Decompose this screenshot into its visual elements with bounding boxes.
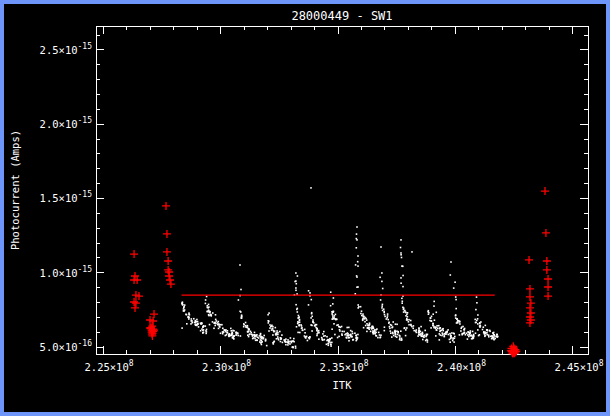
data-point xyxy=(400,254,402,256)
data-point xyxy=(431,316,433,318)
data-point xyxy=(482,329,484,331)
data-point xyxy=(405,315,407,317)
data-point xyxy=(362,313,364,315)
data-point xyxy=(254,332,256,334)
data-point xyxy=(311,313,313,315)
data-point xyxy=(350,334,352,336)
data-point xyxy=(493,337,495,339)
data-point xyxy=(369,327,371,329)
data-point xyxy=(401,257,403,259)
data-point xyxy=(427,341,429,343)
data-point xyxy=(229,333,231,335)
data-point xyxy=(346,327,348,329)
data-point xyxy=(181,327,183,329)
y-tick-label: 2.0×10-15 xyxy=(40,116,93,130)
data-point xyxy=(392,333,394,335)
data-point xyxy=(218,328,220,330)
data-point xyxy=(215,314,217,316)
data-point xyxy=(314,325,316,327)
data-point xyxy=(401,265,403,267)
data-point xyxy=(433,327,435,329)
data-point xyxy=(318,338,320,340)
data-point xyxy=(302,329,304,331)
data-point xyxy=(449,341,451,343)
data-point xyxy=(453,287,455,289)
data-point xyxy=(205,299,207,301)
data-point xyxy=(184,304,186,306)
data-point xyxy=(422,332,424,334)
data-point xyxy=(304,329,306,331)
data-point xyxy=(297,332,299,334)
flagged-point xyxy=(130,298,138,306)
data-point xyxy=(295,290,297,292)
data-point xyxy=(284,339,286,341)
data-point xyxy=(301,327,303,329)
data-point xyxy=(346,337,348,339)
data-point xyxy=(280,341,282,343)
white-scatter-points xyxy=(181,187,498,349)
data-point xyxy=(401,298,403,300)
data-point xyxy=(411,251,413,253)
data-point xyxy=(366,331,368,333)
data-point xyxy=(468,336,470,338)
data-point xyxy=(496,334,498,336)
data-point xyxy=(437,327,439,329)
data-point xyxy=(401,338,403,340)
data-point xyxy=(261,340,263,342)
data-point xyxy=(231,332,233,334)
flagged-point xyxy=(526,304,534,312)
data-point xyxy=(311,325,313,327)
data-point xyxy=(250,332,252,334)
data-point xyxy=(261,344,263,346)
data-point xyxy=(377,337,379,339)
data-point xyxy=(360,306,362,308)
data-point xyxy=(403,309,405,311)
data-point xyxy=(442,334,444,336)
data-point xyxy=(450,261,452,263)
data-point xyxy=(220,324,222,326)
y-axis-label: Photocurrent (Amps) xyxy=(9,130,21,250)
data-point xyxy=(418,327,420,329)
data-point xyxy=(461,334,463,336)
data-point xyxy=(486,334,488,336)
data-point xyxy=(352,333,354,335)
data-point xyxy=(492,332,494,334)
data-point xyxy=(348,327,350,329)
data-point xyxy=(410,320,412,322)
data-point xyxy=(375,335,377,337)
data-point xyxy=(297,275,299,277)
data-point xyxy=(326,336,328,338)
data-point xyxy=(208,311,210,313)
data-point xyxy=(332,314,334,316)
data-point xyxy=(477,323,479,325)
data-point xyxy=(331,328,333,330)
data-point xyxy=(384,316,386,318)
data-point xyxy=(384,314,386,316)
data-point xyxy=(203,326,205,328)
data-point xyxy=(265,339,267,341)
data-point xyxy=(356,276,358,278)
data-point xyxy=(202,332,204,334)
data-point xyxy=(390,330,392,332)
data-point xyxy=(442,328,444,330)
data-point xyxy=(483,326,485,328)
chart-title: 28000449 - SW1 xyxy=(291,9,392,23)
data-point xyxy=(417,335,419,337)
data-point xyxy=(285,341,287,343)
data-point xyxy=(217,322,219,324)
data-point xyxy=(406,314,408,316)
data-point xyxy=(295,346,297,348)
data-point xyxy=(400,277,402,279)
data-point xyxy=(231,335,233,337)
data-point xyxy=(439,331,441,333)
data-point xyxy=(487,330,489,332)
data-point xyxy=(392,321,394,323)
data-point xyxy=(381,307,383,309)
data-point xyxy=(390,332,392,334)
data-point xyxy=(268,322,270,324)
data-point xyxy=(338,326,340,328)
data-point xyxy=(247,331,249,333)
data-point xyxy=(275,327,277,329)
data-point xyxy=(297,321,299,323)
data-point xyxy=(206,329,208,331)
